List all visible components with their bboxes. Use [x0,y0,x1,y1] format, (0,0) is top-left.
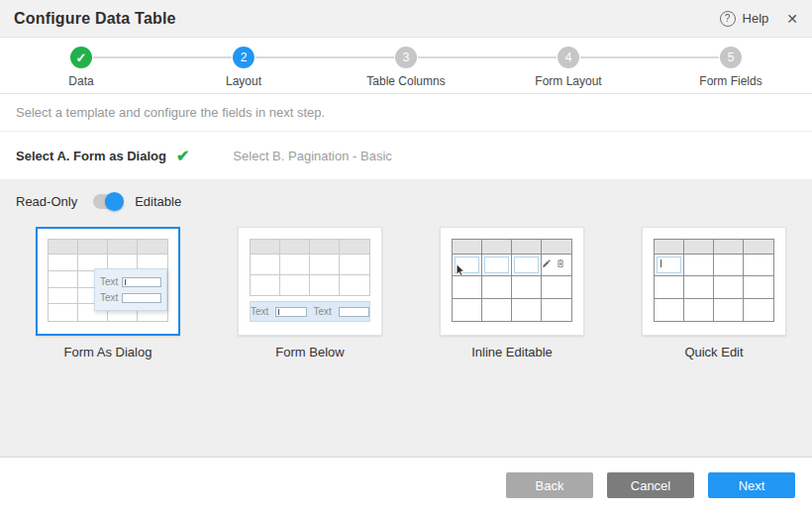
template-picker-area: Read-Only Editable Text [0,179,812,457]
selection-summary-row: Select A. Form as Dialog ✔ Select B. Pag… [0,132,812,179]
step-number: 2 [233,47,254,68]
mini-text-input [275,307,306,317]
mini-cell-input [484,256,509,273]
step-data[interactable]: ✓ Data [0,38,162,93]
close-icon[interactable]: ✕ [786,11,798,27]
back-button[interactable]: Back [506,472,593,498]
mouse-cursor-icon [454,262,466,277]
mini-text-input [122,293,161,303]
select-b-option[interactable]: Select B. Pagination - Basic [233,149,391,163]
step-label: Table Columns [366,74,445,88]
mini-field-label: Text [314,306,332,317]
template-cards: Text Text Form As Dialog [16,227,796,359]
mini-field-label: Text [100,276,118,287]
mini-table-graphic [250,239,370,296]
select-a-option[interactable]: Select A. Form as Dialog ✔ [16,147,189,165]
check-icon: ✓ [70,47,92,68]
mini-table-graphic [452,239,572,322]
step-form-layout[interactable]: 4 Form Layout [487,38,650,93]
template-label: Inline Editable [440,345,584,359]
dialog-header: Configure Data Table ? Help ✕ [0,0,812,38]
template-card-form-below[interactable]: Text Text Form Below [238,227,382,359]
read-only-label: Read-Only [16,194,77,209]
editable-label: Editable [135,194,181,209]
mini-form-bar-graphic: Text Text [250,301,370,322]
dialog-footer: Back Cancel Next [0,457,812,513]
template-label: Quick Edit [642,345,786,359]
text-caret [125,279,126,285]
toggle-knob[interactable] [105,192,124,211]
step-table-columns[interactable]: 3 Table Columns [325,38,487,93]
template-label: Form Below [238,345,382,359]
text-caret [660,259,661,267]
step-label: Form Fields [699,74,761,88]
mini-text-input [339,307,369,317]
help-button[interactable]: ? Help [720,11,769,27]
mini-dialog-graphic: Text Text [94,268,167,311]
help-icon[interactable]: ? [720,11,736,27]
step-label: Form Layout [535,74,601,88]
mini-text-input [122,277,161,287]
mini-cell-input [514,256,539,273]
step-number: 4 [558,47,579,68]
next-button[interactable]: Next [708,472,795,498]
template-label: Form As Dialog [36,345,180,359]
dialog-title: Configure Data Table [14,10,176,28]
step-label: Layout [226,74,261,88]
wizard-stepper: ✓ Data 2 Layout 3 Table Columns 4 Form L… [0,38,812,94]
template-thumbnail[interactable]: Text Text [36,227,180,336]
mini-field-label: Text [100,292,118,303]
step-layout[interactable]: 2 Layout [162,38,325,93]
select-a-label: Select A. Form as Dialog [16,149,166,163]
help-label[interactable]: Help [743,11,769,26]
edit-pencil-icon [542,258,552,268]
template-card-form-as-dialog[interactable]: Text Text Form As Dialog [36,227,180,359]
cancel-button[interactable]: Cancel [607,472,694,498]
template-thumbnail[interactable] [440,227,584,336]
text-caret [278,309,279,315]
template-thumbnail[interactable] [642,227,786,336]
template-thumbnail[interactable]: Text Text [238,227,382,336]
editable-toggle[interactable] [93,194,121,209]
mini-cell-input [657,256,681,273]
step-form-fields[interactable]: 5 Form Fields [650,38,812,93]
step-label: Data [68,74,93,88]
delete-trash-icon [556,258,565,268]
template-card-quick-edit[interactable]: Quick Edit [642,227,786,359]
step-number: 3 [395,47,417,68]
template-card-inline-editable[interactable]: Inline Editable [440,227,584,359]
step-number: 5 [720,47,742,68]
mode-toggle-row: Read-Only Editable [16,186,796,216]
mini-field-label: Text [251,306,268,317]
check-icon: ✔ [176,147,189,165]
instruction-text: Select a template and configure the fiel… [0,94,812,132]
mini-table-graphic [654,239,774,322]
